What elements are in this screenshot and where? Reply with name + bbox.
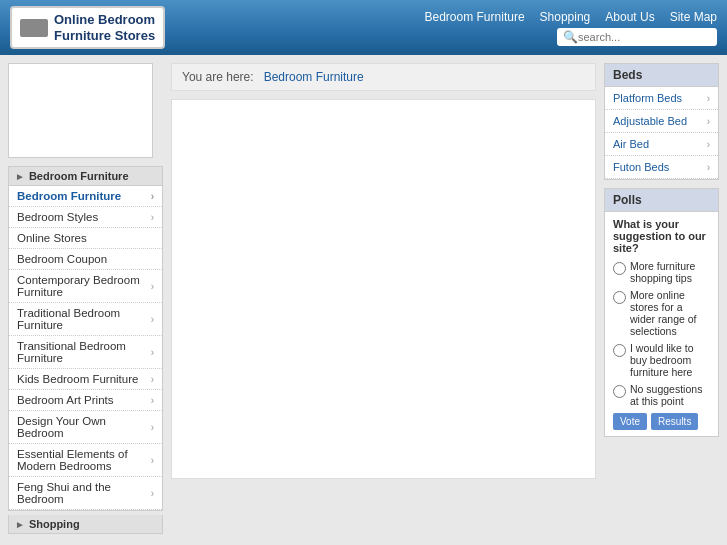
- nav-site-map[interactable]: Site Map: [670, 10, 717, 24]
- beds-item-arrow-2: ›: [707, 139, 710, 150]
- sidebar-item-3[interactable]: Bedroom Coupon: [9, 249, 162, 270]
- nav-right: Bedroom Furniture Shopping About Us Site…: [425, 10, 717, 46]
- poll-radio-3[interactable]: [613, 385, 626, 398]
- sidebar-item-label-10: Essential Elements of Modern Bedrooms: [17, 448, 151, 472]
- sidebar-item-label-2: Online Stores: [17, 232, 87, 244]
- sidebar-item-arrow-10: ›: [151, 455, 154, 466]
- search-input[interactable]: [578, 31, 708, 43]
- sidebar-item-label-1: Bedroom Styles: [17, 211, 98, 223]
- beds-item-arrow-0: ›: [707, 93, 710, 104]
- beds-item-0[interactable]: Platform Beds›: [605, 87, 718, 110]
- logo-area: Online Bedroom Furniture Stores: [10, 6, 165, 49]
- main-layout: ► Bedroom Furniture Bedroom Furniture›Be…: [0, 55, 727, 542]
- poll-option-label-1: More online stores for a wider range of …: [630, 289, 710, 337]
- poll-option-2: I would like to buy bedroom furniture he…: [613, 342, 710, 378]
- nav-bedroom-furniture[interactable]: Bedroom Furniture: [425, 10, 525, 24]
- sidebar-item-label-6: Transitional Bedroom Furniture: [17, 340, 151, 364]
- sidebar-item-0[interactable]: Bedroom Furniture›: [9, 186, 162, 207]
- beds-item-label-2: Air Bed: [613, 138, 649, 150]
- sidebar-item-1[interactable]: Bedroom Styles›: [9, 207, 162, 228]
- beds-box: Beds Platform Beds›Adjustable Bed›Air Be…: [604, 63, 719, 180]
- vote-button[interactable]: Vote: [613, 413, 647, 430]
- poll-buttons: Vote Results: [613, 413, 710, 430]
- content-main: [171, 99, 596, 479]
- sidebar-menu: Bedroom Furniture›Bedroom Styles›Online …: [8, 186, 163, 511]
- sidebar-logo-image: [8, 63, 153, 158]
- sidebar-item-label-9: Design Your Own Bedroom: [17, 415, 151, 439]
- beds-item-arrow-1: ›: [707, 116, 710, 127]
- sidebar-item-2[interactable]: Online Stores: [9, 228, 162, 249]
- header: Online Bedroom Furniture Stores Bedroom …: [0, 0, 727, 55]
- nav-shopping[interactable]: Shopping: [540, 10, 591, 24]
- sidebar-item-arrow-1: ›: [151, 212, 154, 223]
- content-area: You are here: Bedroom Furniture: [171, 63, 596, 479]
- sidebar-item-9[interactable]: Design Your Own Bedroom›: [9, 411, 162, 444]
- sidebar-item-8[interactable]: Bedroom Art Prints›: [9, 390, 162, 411]
- beds-item-label-0: Platform Beds: [613, 92, 682, 104]
- results-button[interactable]: Results: [651, 413, 698, 430]
- sidebar-item-label-7: Kids Bedroom Furniture: [17, 373, 138, 385]
- breadcrumb-bar: You are here: Bedroom Furniture: [171, 63, 596, 91]
- beds-items: Platform Beds›Adjustable Bed›Air Bed›Fut…: [605, 87, 718, 179]
- polls-box: Polls What is your suggestion to our sit…: [604, 188, 719, 437]
- sidebar-section-label: Bedroom Furniture: [29, 170, 129, 182]
- breadcrumb-prefix: You are here:: [182, 70, 254, 84]
- poll-option-3: No suggestions at this point: [613, 383, 710, 407]
- sidebar-item-arrow-9: ›: [151, 422, 154, 433]
- beds-item-1[interactable]: Adjustable Bed›: [605, 110, 718, 133]
- poll-option-label-2: I would like to buy bedroom furniture he…: [630, 342, 710, 378]
- polls-header: Polls: [605, 189, 718, 212]
- sidebar-section2-arrow: ►: [15, 519, 25, 530]
- beds-item-arrow-3: ›: [707, 162, 710, 173]
- sidebar-item-label-0: Bedroom Furniture: [17, 190, 121, 202]
- poll-option-1: More online stores for a wider range of …: [613, 289, 710, 337]
- beds-item-2[interactable]: Air Bed›: [605, 133, 718, 156]
- poll-radio-2[interactable]: [613, 344, 626, 357]
- sidebar-item-arrow-4: ›: [151, 281, 154, 292]
- sidebar-item-arrow-0: ›: [151, 191, 154, 202]
- sidebar-section2-header: ► Shopping: [8, 515, 163, 534]
- polls-content: What is your suggestion to our site? Mor…: [605, 212, 718, 436]
- poll-option-label-3: No suggestions at this point: [630, 383, 710, 407]
- sidebar-item-arrow-11: ›: [151, 488, 154, 499]
- sidebar-item-label-5: Traditional Bedroom Furniture: [17, 307, 151, 331]
- beds-item-label-3: Futon Beds: [613, 161, 669, 173]
- right-sidebar: Beds Platform Beds›Adjustable Bed›Air Be…: [604, 63, 719, 437]
- beds-header: Beds: [605, 64, 718, 87]
- poll-option-label-0: More furniture shopping tips: [630, 260, 710, 284]
- sidebar-item-11[interactable]: Feng Shui and the Bedroom›: [9, 477, 162, 510]
- sidebar-item-label-11: Feng Shui and the Bedroom: [17, 481, 151, 505]
- sidebar-item-label-3: Bedroom Coupon: [17, 253, 107, 265]
- sidebar-item-5[interactable]: Traditional Bedroom Furniture›: [9, 303, 162, 336]
- breadcrumb-link[interactable]: Bedroom Furniture: [264, 70, 364, 84]
- sidebar-item-arrow-6: ›: [151, 347, 154, 358]
- poll-radio-1[interactable]: [613, 291, 626, 304]
- sidebar-item-arrow-7: ›: [151, 374, 154, 385]
- bed-icon: [20, 19, 48, 37]
- sidebar-item-10[interactable]: Essential Elements of Modern Bedrooms›: [9, 444, 162, 477]
- sidebar-item-6[interactable]: Transitional Bedroom Furniture›: [9, 336, 162, 369]
- poll-options: More furniture shopping tipsMore online …: [613, 260, 710, 407]
- nav-about-us[interactable]: About Us: [605, 10, 654, 24]
- sidebar-section-arrow: ►: [15, 171, 25, 182]
- beds-item-label-1: Adjustable Bed: [613, 115, 687, 127]
- sidebar: ► Bedroom Furniture Bedroom Furniture›Be…: [8, 63, 163, 534]
- top-nav: Bedroom Furniture Shopping About Us Site…: [425, 10, 717, 24]
- poll-radio-0[interactable]: [613, 262, 626, 275]
- sidebar-section2-label: Shopping: [29, 518, 80, 530]
- beds-item-3[interactable]: Futon Beds›: [605, 156, 718, 179]
- logo-text: Online Bedroom Furniture Stores: [54, 12, 155, 43]
- search-bar: 🔍: [557, 28, 717, 46]
- poll-option-0: More furniture shopping tips: [613, 260, 710, 284]
- sidebar-item-label-4: Contemporary Bedroom Furniture: [17, 274, 151, 298]
- sidebar-item-7[interactable]: Kids Bedroom Furniture›: [9, 369, 162, 390]
- sidebar-item-label-8: Bedroom Art Prints: [17, 394, 114, 406]
- polls-question: What is your suggestion to our site?: [613, 218, 710, 254]
- sidebar-section-header: ► Bedroom Furniture: [8, 166, 163, 186]
- sidebar-item-arrow-8: ›: [151, 395, 154, 406]
- sidebar-item-arrow-5: ›: [151, 314, 154, 325]
- logo-box: Online Bedroom Furniture Stores: [10, 6, 165, 49]
- search-icon: 🔍: [563, 30, 578, 44]
- sidebar-item-4[interactable]: Contemporary Bedroom Furniture›: [9, 270, 162, 303]
